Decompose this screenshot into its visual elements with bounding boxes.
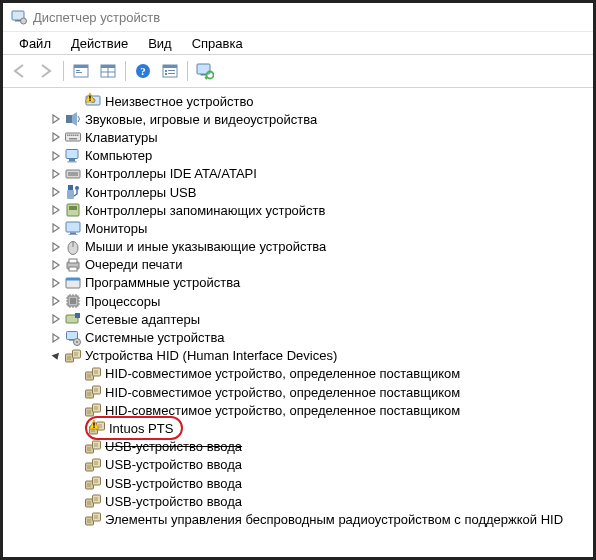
tree-row[interactable]: HID-совместимое устройство, определенное…: [3, 401, 593, 419]
tree-row[interactable]: Мониторы: [3, 219, 593, 237]
tree-row[interactable]: Очереди печати: [3, 256, 593, 274]
tree-row[interactable]: USB-устройство ввода: [3, 438, 593, 456]
tree-row[interactable]: HID-совместимое устройство, определенное…: [3, 365, 593, 383]
expander-none: [69, 512, 83, 526]
usb-icon: [65, 184, 81, 200]
expander-none: [69, 385, 83, 399]
tree-row[interactable]: Контроллеры запоминающих устройств: [3, 201, 593, 219]
warning-overlay-icon: [85, 93, 95, 103]
tree-item-label: Сетевые адаптеры: [85, 312, 200, 327]
expander-none: [69, 458, 83, 472]
expander-closed-icon[interactable]: [49, 294, 63, 308]
menu-file[interactable]: Файл: [9, 34, 61, 53]
toolbar: [3, 55, 593, 88]
tree-item-label: Контроллеры запоминающих устройств: [85, 203, 325, 218]
tree-item-label: Элементы управления беспроводным радиоус…: [105, 512, 563, 527]
grid-icon: [99, 62, 117, 80]
tree-row[interactable]: USB-устройство ввода: [3, 474, 593, 492]
tree-row[interactable]: Intuos PTS: [3, 419, 593, 437]
tree-item-label: Intuos PTS: [109, 421, 173, 436]
titlebar: Диспетчер устройств: [3, 3, 593, 32]
expander-closed-icon[interactable]: [49, 167, 63, 181]
menu-action[interactable]: Действие: [61, 34, 138, 53]
system-icon: [65, 330, 81, 346]
tree-row[interactable]: Неизвестное устройство: [3, 92, 593, 110]
network-icon: [65, 311, 81, 327]
cpu-icon: [65, 293, 81, 309]
tree-row[interactable]: Процессоры: [3, 292, 593, 310]
expander-none: [69, 421, 83, 435]
expander-none: [69, 476, 83, 490]
expander-closed-icon[interactable]: [49, 149, 63, 163]
hid-icon: [85, 402, 101, 418]
tree-item-label: HID-совместимое устройство, определенное…: [105, 385, 460, 400]
monitor-icon: [65, 220, 81, 236]
toolbar-forward-button[interactable]: [34, 59, 58, 83]
expander-closed-icon[interactable]: [49, 185, 63, 199]
warning-overlay-icon: [89, 420, 99, 430]
toolbar-separator: [125, 61, 126, 81]
tree-item-label: Программные устройства: [85, 275, 240, 290]
tree-row[interactable]: HID-совместимое устройство, определенное…: [3, 383, 593, 401]
tree-row[interactable]: Клавиатуры: [3, 128, 593, 146]
expander-closed-icon[interactable]: [49, 331, 63, 345]
hid-icon: [85, 384, 101, 400]
keyboard-icon: [65, 129, 81, 145]
scan-hardware-icon: [196, 62, 214, 80]
tree-item-label: Мониторы: [85, 221, 147, 236]
software-icon: [65, 275, 81, 291]
tree-row[interactable]: Контроллеры USB: [3, 183, 593, 201]
expander-none: [69, 440, 83, 454]
toolbar-window-button[interactable]: [69, 59, 93, 83]
tree-row[interactable]: USB-устройство ввода: [3, 456, 593, 474]
expander-open-icon[interactable]: [49, 349, 63, 363]
expander-closed-icon[interactable]: [49, 240, 63, 254]
audio-icon: [65, 111, 81, 127]
tree-item-label: USB-устройство ввода: [105, 494, 242, 509]
toolbar-grid-button[interactable]: [96, 59, 120, 83]
mouse-icon: [65, 239, 81, 255]
expander-closed-icon[interactable]: [49, 221, 63, 235]
menubar: Файл Действие Вид Справка: [3, 32, 593, 55]
expander-closed-icon[interactable]: [49, 258, 63, 272]
expander-closed-icon[interactable]: [49, 312, 63, 326]
window-title: Диспетчер устройств: [33, 10, 160, 25]
expander-closed-icon[interactable]: [49, 112, 63, 126]
expander-none: [69, 403, 83, 417]
tree-row[interactable]: USB-устройство ввода: [3, 492, 593, 510]
expander-closed-icon[interactable]: [49, 203, 63, 217]
tree-row[interactable]: Программные устройства: [3, 274, 593, 292]
hid-icon: [85, 493, 101, 509]
tree-row[interactable]: Компьютер: [3, 147, 593, 165]
tree-row[interactable]: Контроллеры IDE ATA/ATAPI: [3, 165, 593, 183]
expander-closed-icon[interactable]: [49, 130, 63, 144]
hid-icon: [85, 511, 101, 527]
tree-row[interactable]: Звуковые, игровые и видеоустройства: [3, 110, 593, 128]
hid-icon: [89, 420, 105, 436]
menu-help[interactable]: Справка: [182, 34, 253, 53]
properties-icon: [161, 62, 179, 80]
tree-item-label: Звуковые, игровые и видеоустройства: [85, 112, 317, 127]
hid-icon: [65, 348, 81, 364]
tree-row[interactable]: Устройства HID (Human Interface Devices): [3, 347, 593, 365]
toolbar-scan-button[interactable]: [193, 59, 217, 83]
unknown-icon: [85, 93, 101, 109]
tree-row[interactable]: Элементы управления беспроводным радиоус…: [3, 510, 593, 528]
toolbar-props-button[interactable]: [158, 59, 182, 83]
forward-icon: [37, 62, 55, 80]
toolbar-back-button[interactable]: [7, 59, 31, 83]
device-tree[interactable]: Неизвестное устройствоЗвуковые, игровые …: [3, 88, 593, 560]
hid-icon: [85, 475, 101, 491]
tree-item-label: Мыши и иные указывающие устройства: [85, 239, 326, 254]
tree-row[interactable]: Мыши и иные указывающие устройства: [3, 238, 593, 256]
printer-icon: [65, 257, 81, 273]
tree-row[interactable]: Системные устройства: [3, 328, 593, 346]
toolbar-help-button[interactable]: [131, 59, 155, 83]
menu-view[interactable]: Вид: [138, 34, 182, 53]
tree-item-label: Неизвестное устройство: [105, 94, 254, 109]
tree-row[interactable]: Сетевые адаптеры: [3, 310, 593, 328]
ide-icon: [65, 166, 81, 182]
computer-icon: [65, 148, 81, 164]
expander-closed-icon[interactable]: [49, 276, 63, 290]
tree-item-label: Компьютер: [85, 148, 152, 163]
